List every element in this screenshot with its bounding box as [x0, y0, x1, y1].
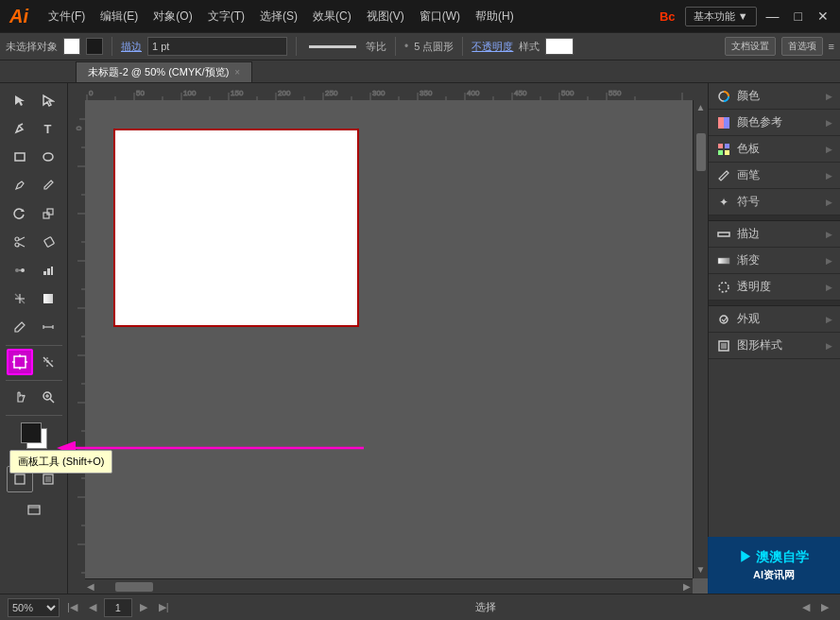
menu-help[interactable]: 帮助(H): [469, 5, 521, 28]
svg-text:300: 300: [372, 89, 386, 97]
panel-color-guide[interactable]: 颜色参考 ▶: [709, 110, 840, 136]
zoom-tool[interactable]: [35, 384, 61, 410]
menu-window[interactable]: 窗口(W): [413, 5, 467, 28]
panel-color[interactable]: 颜色 ▶: [709, 83, 840, 110]
rotate-tool[interactable]: [7, 200, 33, 227]
minimize-button[interactable]: —: [761, 7, 785, 26]
panel-color-guide-label: 颜色参考: [737, 114, 782, 130]
close-button[interactable]: ✕: [812, 7, 834, 26]
panel-graphic-styles[interactable]: 图形样式 ▶: [709, 333, 840, 359]
scroll-down-button[interactable]: ▼: [694, 562, 708, 577]
canvas-next-button[interactable]: ▶: [817, 599, 832, 615]
scroll-left-button[interactable]: ◀: [85, 579, 96, 594]
preferences-button[interactable]: 首选项: [781, 37, 823, 56]
panel-gradient[interactable]: 渐变 ▶: [709, 248, 840, 274]
panel-appearance[interactable]: 外观 ▶: [709, 306, 840, 333]
type-tool[interactable]: T: [35, 115, 61, 142]
eyedropper-tool[interactable]: [7, 314, 33, 340]
scroll-right-button[interactable]: ▶: [681, 579, 693, 594]
rectangle-tool[interactable]: [7, 144, 33, 170]
panel-brushes[interactable]: 画笔 ▶: [709, 163, 840, 189]
zoom-select[interactable]: 50% 100% 150% 200%: [8, 598, 60, 617]
menu-text[interactable]: 文字(T): [201, 5, 251, 28]
doc-settings-button[interactable]: 文档设置: [725, 37, 776, 56]
fill-swatch[interactable]: [63, 38, 80, 55]
scrollbar-right[interactable]: ▲ ▼: [693, 100, 708, 578]
menu-select[interactable]: 选择(S): [253, 5, 304, 28]
stroke-swatch[interactable]: [86, 38, 103, 55]
change-screen-button[interactable]: [21, 496, 47, 523]
panel-brushes-expand: ▶: [826, 171, 832, 181]
svg-point-111: [719, 283, 729, 292]
tooltip-text: 画板工具 (Shift+O): [18, 456, 104, 467]
menu-file[interactable]: 文件(F): [42, 5, 92, 28]
panel-stroke[interactable]: 描边 ▶: [709, 221, 840, 248]
page-number-input[interactable]: [104, 598, 132, 617]
column-graph-tool[interactable]: [35, 257, 61, 284]
first-page-button[interactable]: |◀: [63, 599, 81, 615]
opacity-label[interactable]: 不透明度: [471, 40, 513, 54]
document-tab[interactable]: 未标题-2 @ 50% (CMYK/预览) ×: [76, 61, 252, 82]
appearance-icon: [716, 312, 731, 327]
panel-swatches[interactable]: 色板 ▶: [709, 136, 840, 163]
svg-text:250: 250: [325, 89, 338, 97]
foreground-color-swatch[interactable]: [21, 422, 42, 443]
measure-tool[interactable]: [35, 314, 61, 340]
brush-tool[interactable]: [35, 172, 61, 198]
stroke-width-input[interactable]: [147, 37, 287, 56]
panel-brushes-label: 画笔: [737, 167, 760, 183]
scrollbar-bottom[interactable]: ◀ ▶: [85, 578, 693, 594]
vertical-scroll-thumb[interactable]: [696, 133, 706, 171]
svg-rect-105: [725, 144, 729, 148]
ellipse-tool[interactable]: [35, 144, 61, 170]
panel-toggle-icon[interactable]: ≡: [829, 41, 834, 52]
stroke-label[interactable]: 描边: [121, 40, 142, 54]
menu-edit[interactable]: 编辑(E): [94, 5, 145, 28]
canvas-prev-button[interactable]: ◀: [798, 599, 814, 615]
maximize-button[interactable]: □: [789, 7, 808, 26]
pencil-tool[interactable]: [7, 172, 33, 198]
svg-point-7: [15, 243, 19, 247]
gradient-tool[interactable]: [35, 285, 61, 312]
slice-tool[interactable]: [35, 349, 61, 375]
tool-row-artboard: [7, 349, 61, 375]
panel-stroke-label: 描边: [737, 226, 760, 242]
scale-tool[interactable]: [35, 200, 61, 227]
dot-icon: •: [404, 40, 408, 53]
svg-point-11: [15, 268, 19, 272]
svg-text:500: 500: [561, 89, 574, 97]
mesh-tool[interactable]: [7, 285, 33, 312]
canvas-content[interactable]: [85, 100, 691, 594]
svg-text:450: 450: [514, 89, 527, 97]
scroll-up-button[interactable]: ▲: [694, 100, 708, 114]
last-page-button[interactable]: ▶|: [155, 599, 173, 615]
titlebar-right: Bc 基本功能 ▼ — □ ✕: [654, 7, 840, 26]
style-swatch[interactable]: [545, 38, 574, 55]
tab-close-button[interactable]: ×: [234, 67, 240, 78]
panel-transparency[interactable]: 透明度 ▶: [709, 274, 840, 301]
tool-separator-3: [6, 415, 62, 416]
horizontal-scroll-thumb[interactable]: [115, 582, 153, 592]
tool-row-extra: [21, 496, 47, 523]
direct-selection-tool[interactable]: [35, 87, 61, 113]
tool-separator-2: [6, 380, 62, 381]
svg-line-29: [43, 357, 53, 367]
prev-page-button[interactable]: ◀: [85, 599, 100, 615]
workspace-selector[interactable]: 基本功能 ▼: [685, 7, 757, 26]
hand-tool[interactable]: [7, 384, 33, 410]
eraser-tool[interactable]: [35, 229, 61, 255]
menu-object[interactable]: 对象(O): [146, 5, 198, 28]
menu-effect[interactable]: 效果(C): [306, 5, 358, 28]
selection-tool[interactable]: [7, 87, 33, 113]
panel-symbols[interactable]: ✦ 符号 ▶: [709, 189, 840, 215]
pen-tool[interactable]: [7, 115, 33, 142]
blend-tool[interactable]: [7, 257, 33, 284]
svg-text:100: 100: [183, 89, 197, 97]
status-label: 选择: [475, 600, 496, 614]
next-page-button[interactable]: ▶: [136, 599, 151, 615]
scissors-tool[interactable]: [7, 229, 33, 255]
svg-rect-79: [68, 100, 85, 594]
main-area: T: [0, 83, 840, 594]
artboard-tool[interactable]: [7, 349, 33, 375]
menu-view[interactable]: 视图(V): [360, 5, 411, 28]
